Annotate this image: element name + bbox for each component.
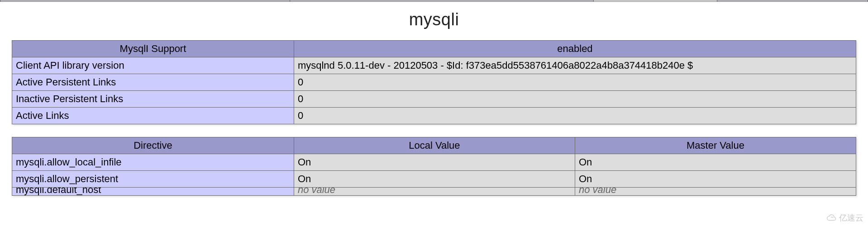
info-label: Active Links: [12, 108, 294, 124]
directive-name: mysqli.default_host: [12, 188, 294, 196]
local-value-header: Local Value: [294, 137, 575, 154]
partial-table-top-border: [0, 0, 868, 2]
mysqli-directive-table: Directive Local Value Master Value mysql…: [12, 137, 856, 196]
section-title: mysqli: [12, 10, 856, 29]
info-row: Active Persistent Links 0: [12, 74, 856, 91]
info-header-row: MysqlI Support enabled: [12, 41, 856, 57]
directive-header: Directive: [12, 137, 294, 154]
directive-row: mysqli.allow_persistent On On: [12, 171, 856, 188]
info-row: Inactive Persistent Links 0: [12, 91, 856, 108]
info-value: mysqlnd 5.0.11-dev - 20120503 - $Id: f37…: [294, 57, 856, 74]
directive-row: mysqli.allow_local_infile On On: [12, 154, 856, 171]
info-value: 0: [294, 108, 856, 124]
info-label: Active Persistent Links: [12, 74, 294, 91]
directive-row-cutoff: mysqli.default_host no value no value: [12, 188, 856, 196]
directive-master: no value: [575, 188, 856, 196]
directive-local: no value: [294, 188, 575, 196]
info-row: Client API library version mysqlnd 5.0.1…: [12, 57, 856, 74]
info-header-left: MysqlI Support: [12, 41, 294, 57]
info-row: Active Links 0: [12, 108, 856, 124]
info-label: Inactive Persistent Links: [12, 91, 294, 108]
master-value-header: Master Value: [575, 137, 856, 154]
directive-name: mysqli.allow_local_infile: [12, 154, 294, 171]
directive-local: On: [294, 171, 575, 188]
directive-master: On: [575, 171, 856, 188]
directive-name: mysqli.allow_persistent: [12, 171, 294, 188]
directive-master: On: [575, 154, 856, 171]
directive-local: On: [294, 154, 575, 171]
directive-header-row: Directive Local Value Master Value: [12, 137, 856, 154]
info-value: 0: [294, 74, 856, 91]
info-label: Client API library version: [12, 57, 294, 74]
info-header-right: enabled: [294, 41, 856, 57]
mysqli-info-table: MysqlI Support enabled Client API librar…: [12, 40, 856, 124]
info-value: 0: [294, 91, 856, 108]
